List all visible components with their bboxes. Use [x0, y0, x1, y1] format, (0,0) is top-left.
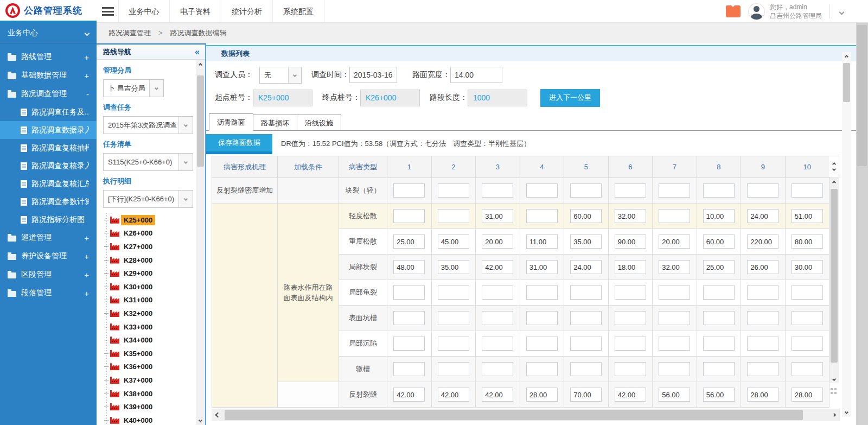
damage-value-input[interactable] [703, 260, 735, 274]
damage-value-input[interactable] [792, 362, 823, 376]
damage-value-input[interactable] [526, 362, 558, 376]
tree-item[interactable]: K26+000 [104, 227, 195, 240]
damage-value-input[interactable] [482, 183, 513, 198]
table-vertical-scrollbar[interactable] [829, 178, 839, 383]
expand-toggle-icon[interactable]: + [84, 233, 89, 243]
damage-value-input[interactable] [747, 260, 778, 274]
scroll-down-icon[interactable] [842, 408, 851, 417]
damage-value-input[interactable] [659, 234, 690, 249]
table-horizontal-scrollbar[interactable] [212, 409, 840, 421]
tree-item[interactable]: K30+000 [104, 280, 195, 294]
damage-value-input[interactable] [526, 209, 558, 223]
tree-item[interactable]: K38+000 [104, 387, 195, 401]
collapse-panel-icon[interactable]: « [195, 47, 200, 57]
panel-scrollbar[interactable] [196, 60, 205, 425]
tree-item[interactable]: K34+000 [104, 333, 195, 347]
damage-value-input[interactable] [659, 362, 690, 376]
sidebar-item[interactable]: 段落管理+ [0, 284, 97, 302]
tree-item[interactable]: K32+000 [104, 307, 195, 320]
damage-value-input[interactable] [615, 362, 646, 376]
chevron-down-icon[interactable] [178, 191, 193, 207]
damage-value-input[interactable] [438, 183, 469, 198]
damage-value-input[interactable] [747, 311, 778, 325]
exec-detail-select[interactable]: [下行](K25+0-K66+0) [103, 190, 193, 208]
damage-value-input[interactable] [703, 286, 735, 300]
sidebar-item[interactable]: 巡道管理+ [0, 229, 97, 247]
damage-value-input[interactable] [703, 183, 735, 198]
damage-value-input[interactable] [570, 388, 602, 402]
damage-value-input[interactable] [659, 388, 690, 402]
top-nav-item[interactable]: 系统配置 [273, 0, 324, 23]
damage-value-input[interactable] [792, 337, 823, 351]
scroll-down-icon[interactable] [829, 375, 839, 383]
damage-value-input[interactable] [747, 234, 778, 249]
survey-time-input[interactable] [349, 67, 397, 83]
damage-value-input[interactable] [703, 388, 735, 402]
task-list-select[interactable]: S115(K25+0-K66+0) [103, 153, 193, 171]
damage-value-input[interactable] [615, 209, 646, 223]
tree-item[interactable]: K31+000 [104, 294, 195, 307]
sidebar-item[interactable]: 养护设备管理+ [0, 247, 97, 265]
damage-value-input[interactable] [482, 209, 513, 223]
damage-value-input[interactable] [393, 209, 425, 223]
tree-item[interactable]: K36+000 [104, 360, 195, 374]
damage-value-input[interactable] [792, 234, 823, 249]
tree-item[interactable]: K35+000 [104, 347, 195, 360]
chevron-down-icon[interactable] [178, 154, 193, 170]
damage-value-input[interactable] [570, 337, 602, 351]
damage-value-input[interactable] [438, 260, 469, 274]
sidebar-item[interactable]: 路况调查复核抽样 [0, 139, 97, 157]
damage-value-input[interactable] [792, 209, 823, 223]
damage-value-input[interactable] [438, 362, 469, 376]
damage-value-input[interactable] [438, 286, 469, 300]
damage-value-input[interactable] [526, 260, 558, 274]
sidebar-item[interactable]: 基础数据管理+ [0, 66, 97, 85]
sidebar-item[interactable]: 路况调查复核录入 [0, 157, 97, 175]
damage-value-input[interactable] [570, 234, 602, 249]
damage-value-input[interactable] [792, 260, 823, 274]
damage-value-input[interactable] [482, 311, 513, 325]
damage-value-input[interactable] [703, 234, 735, 249]
scroll-up-icon[interactable] [842, 52, 851, 61]
damage-value-input[interactable] [438, 337, 469, 351]
scrollbar-thumb[interactable] [197, 75, 204, 167]
start-stake-input[interactable] [253, 90, 312, 106]
damage-value-input[interactable] [615, 337, 646, 351]
tab[interactable]: 沿线设施 [297, 115, 341, 131]
breadcrumb-item[interactable]: 路况调查管理 [108, 29, 151, 37]
damage-value-input[interactable] [482, 286, 513, 300]
damage-value-input[interactable] [792, 183, 823, 198]
damage-value-input[interactable] [747, 388, 778, 402]
damage-value-input[interactable] [393, 234, 425, 249]
chevron-down-icon[interactable] [178, 117, 193, 134]
mail-icon[interactable] [726, 5, 741, 17]
damage-value-input[interactable] [438, 209, 469, 223]
sidebar-item[interactable]: 路况调查任务及... [0, 103, 97, 121]
scroll-up-icon[interactable] [196, 60, 205, 69]
damage-value-input[interactable] [526, 388, 558, 402]
expand-toggle-icon[interactable]: + [84, 252, 89, 261]
damage-value-input[interactable] [703, 337, 735, 351]
damage-value-input[interactable] [438, 388, 469, 402]
damage-value-input[interactable] [570, 209, 602, 223]
sidebar-item[interactable]: 路况调查管理- [0, 85, 97, 103]
sidebar-item-active[interactable]: 路况调查数据录入 [0, 121, 97, 139]
damage-value-input[interactable] [526, 337, 558, 351]
damage-value-input[interactable] [393, 337, 425, 351]
damage-value-input[interactable] [615, 311, 646, 325]
survey-task-select[interactable]: 2015年第3次路况调查 [103, 116, 193, 134]
sidebar-item[interactable]: 路线管理+ [0, 48, 97, 66]
damage-value-input[interactable] [747, 362, 778, 376]
scrollbar-thumb[interactable] [843, 63, 850, 102]
damage-value-input[interactable] [393, 388, 425, 402]
branch-select[interactable]: 卜 昌吉分局 [103, 79, 164, 97]
damage-value-input[interactable] [659, 337, 690, 351]
scrollbar-thumb[interactable] [831, 189, 838, 363]
tree-item[interactable]: K28+000 [104, 253, 195, 267]
damage-value-input[interactable] [659, 209, 690, 223]
expand-toggle-icon[interactable]: + [84, 289, 89, 298]
damage-value-input[interactable] [393, 183, 425, 198]
damage-value-input[interactable] [393, 362, 425, 376]
damage-value-input[interactable] [482, 337, 513, 351]
damage-value-input[interactable] [615, 234, 646, 249]
